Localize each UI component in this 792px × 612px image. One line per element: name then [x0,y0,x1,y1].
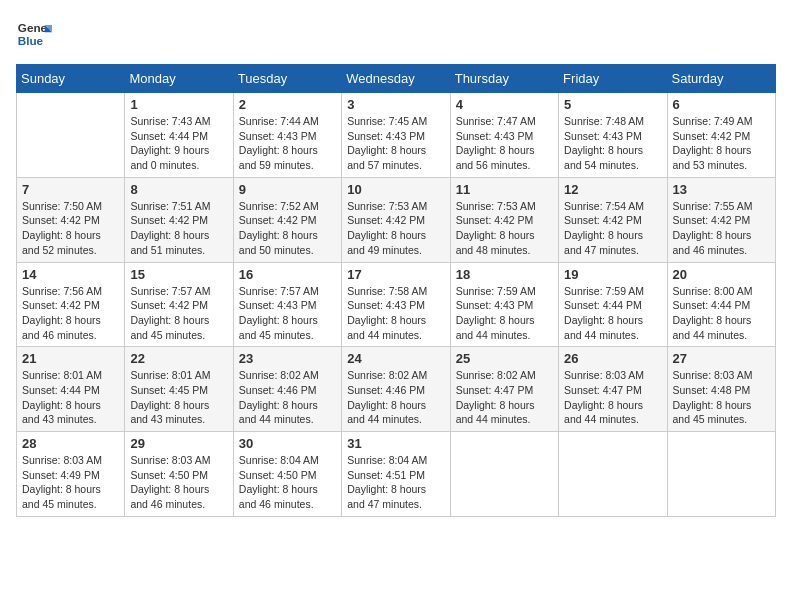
day-number: 28 [22,436,119,451]
day-info: Sunrise: 8:02 AM Sunset: 4:46 PM Dayligh… [347,368,444,427]
day-info: Sunrise: 8:00 AM Sunset: 4:44 PM Dayligh… [673,284,770,343]
calendar-cell [559,432,667,517]
day-number: 23 [239,351,336,366]
calendar-cell: 25Sunrise: 8:02 AM Sunset: 4:47 PM Dayli… [450,347,558,432]
day-info: Sunrise: 7:44 AM Sunset: 4:43 PM Dayligh… [239,114,336,173]
day-number: 7 [22,182,119,197]
day-number: 30 [239,436,336,451]
week-row-2: 7Sunrise: 7:50 AM Sunset: 4:42 PM Daylig… [17,177,776,262]
calendar-cell: 26Sunrise: 8:03 AM Sunset: 4:47 PM Dayli… [559,347,667,432]
week-row-4: 21Sunrise: 8:01 AM Sunset: 4:44 PM Dayli… [17,347,776,432]
day-number: 22 [130,351,227,366]
calendar-cell: 12Sunrise: 7:54 AM Sunset: 4:42 PM Dayli… [559,177,667,262]
logo: General Blue [16,16,52,52]
day-number: 25 [456,351,553,366]
day-info: Sunrise: 8:03 AM Sunset: 4:48 PM Dayligh… [673,368,770,427]
col-header-wednesday: Wednesday [342,65,450,93]
day-info: Sunrise: 7:57 AM Sunset: 4:42 PM Dayligh… [130,284,227,343]
day-number: 21 [22,351,119,366]
calendar-cell: 14Sunrise: 7:56 AM Sunset: 4:42 PM Dayli… [17,262,125,347]
day-number: 13 [673,182,770,197]
week-row-1: 1Sunrise: 7:43 AM Sunset: 4:44 PM Daylig… [17,93,776,178]
day-info: Sunrise: 8:01 AM Sunset: 4:44 PM Dayligh… [22,368,119,427]
calendar-cell: 5Sunrise: 7:48 AM Sunset: 4:43 PM Daylig… [559,93,667,178]
day-number: 14 [22,267,119,282]
col-header-friday: Friday [559,65,667,93]
svg-text:Blue: Blue [18,34,44,47]
day-number: 16 [239,267,336,282]
day-info: Sunrise: 7:49 AM Sunset: 4:42 PM Dayligh… [673,114,770,173]
day-info: Sunrise: 7:52 AM Sunset: 4:42 PM Dayligh… [239,199,336,258]
logo-icon: General Blue [16,16,52,52]
calendar-cell: 8Sunrise: 7:51 AM Sunset: 4:42 PM Daylig… [125,177,233,262]
calendar-cell: 19Sunrise: 7:59 AM Sunset: 4:44 PM Dayli… [559,262,667,347]
day-number: 2 [239,97,336,112]
calendar-cell: 23Sunrise: 8:02 AM Sunset: 4:46 PM Dayli… [233,347,341,432]
calendar-cell: 4Sunrise: 7:47 AM Sunset: 4:43 PM Daylig… [450,93,558,178]
calendar-header-row: SundayMondayTuesdayWednesdayThursdayFrid… [17,65,776,93]
day-number: 3 [347,97,444,112]
week-row-5: 28Sunrise: 8:03 AM Sunset: 4:49 PM Dayli… [17,432,776,517]
calendar-cell: 1Sunrise: 7:43 AM Sunset: 4:44 PM Daylig… [125,93,233,178]
calendar-cell [667,432,775,517]
day-info: Sunrise: 7:57 AM Sunset: 4:43 PM Dayligh… [239,284,336,343]
calendar-cell: 7Sunrise: 7:50 AM Sunset: 4:42 PM Daylig… [17,177,125,262]
day-info: Sunrise: 8:02 AM Sunset: 4:47 PM Dayligh… [456,368,553,427]
day-info: Sunrise: 8:02 AM Sunset: 4:46 PM Dayligh… [239,368,336,427]
day-info: Sunrise: 8:04 AM Sunset: 4:50 PM Dayligh… [239,453,336,512]
day-number: 4 [456,97,553,112]
calendar-cell: 28Sunrise: 8:03 AM Sunset: 4:49 PM Dayli… [17,432,125,517]
day-number: 18 [456,267,553,282]
day-number: 11 [456,182,553,197]
day-number: 31 [347,436,444,451]
col-header-thursday: Thursday [450,65,558,93]
day-number: 6 [673,97,770,112]
day-info: Sunrise: 7:53 AM Sunset: 4:42 PM Dayligh… [347,199,444,258]
day-info: Sunrise: 7:56 AM Sunset: 4:42 PM Dayligh… [22,284,119,343]
day-info: Sunrise: 7:48 AM Sunset: 4:43 PM Dayligh… [564,114,661,173]
day-number: 26 [564,351,661,366]
calendar-cell [17,93,125,178]
day-number: 15 [130,267,227,282]
calendar-cell: 18Sunrise: 7:59 AM Sunset: 4:43 PM Dayli… [450,262,558,347]
day-info: Sunrise: 8:03 AM Sunset: 4:47 PM Dayligh… [564,368,661,427]
calendar-cell: 22Sunrise: 8:01 AM Sunset: 4:45 PM Dayli… [125,347,233,432]
day-number: 8 [130,182,227,197]
col-header-sunday: Sunday [17,65,125,93]
calendar-cell [450,432,558,517]
day-info: Sunrise: 7:51 AM Sunset: 4:42 PM Dayligh… [130,199,227,258]
day-number: 29 [130,436,227,451]
day-number: 24 [347,351,444,366]
calendar-cell: 3Sunrise: 7:45 AM Sunset: 4:43 PM Daylig… [342,93,450,178]
day-info: Sunrise: 8:01 AM Sunset: 4:45 PM Dayligh… [130,368,227,427]
calendar-cell: 2Sunrise: 7:44 AM Sunset: 4:43 PM Daylig… [233,93,341,178]
day-info: Sunrise: 7:55 AM Sunset: 4:42 PM Dayligh… [673,199,770,258]
calendar-cell: 15Sunrise: 7:57 AM Sunset: 4:42 PM Dayli… [125,262,233,347]
calendar-cell: 31Sunrise: 8:04 AM Sunset: 4:51 PM Dayli… [342,432,450,517]
day-number: 9 [239,182,336,197]
day-info: Sunrise: 8:03 AM Sunset: 4:50 PM Dayligh… [130,453,227,512]
day-number: 12 [564,182,661,197]
calendar-table: SundayMondayTuesdayWednesdayThursdayFrid… [16,64,776,517]
day-info: Sunrise: 7:50 AM Sunset: 4:42 PM Dayligh… [22,199,119,258]
page-header: General Blue [16,16,776,52]
day-info: Sunrise: 8:03 AM Sunset: 4:49 PM Dayligh… [22,453,119,512]
calendar-cell: 11Sunrise: 7:53 AM Sunset: 4:42 PM Dayli… [450,177,558,262]
calendar-cell: 20Sunrise: 8:00 AM Sunset: 4:44 PM Dayli… [667,262,775,347]
day-number: 5 [564,97,661,112]
day-number: 27 [673,351,770,366]
calendar-cell: 6Sunrise: 7:49 AM Sunset: 4:42 PM Daylig… [667,93,775,178]
day-info: Sunrise: 7:54 AM Sunset: 4:42 PM Dayligh… [564,199,661,258]
col-header-tuesday: Tuesday [233,65,341,93]
col-header-saturday: Saturday [667,65,775,93]
day-info: Sunrise: 8:04 AM Sunset: 4:51 PM Dayligh… [347,453,444,512]
calendar-cell: 24Sunrise: 8:02 AM Sunset: 4:46 PM Dayli… [342,347,450,432]
day-number: 1 [130,97,227,112]
calendar-cell: 10Sunrise: 7:53 AM Sunset: 4:42 PM Dayli… [342,177,450,262]
day-info: Sunrise: 7:47 AM Sunset: 4:43 PM Dayligh… [456,114,553,173]
calendar-cell: 27Sunrise: 8:03 AM Sunset: 4:48 PM Dayli… [667,347,775,432]
calendar-cell: 30Sunrise: 8:04 AM Sunset: 4:50 PM Dayli… [233,432,341,517]
day-number: 17 [347,267,444,282]
calendar-cell: 17Sunrise: 7:58 AM Sunset: 4:43 PM Dayli… [342,262,450,347]
day-number: 10 [347,182,444,197]
